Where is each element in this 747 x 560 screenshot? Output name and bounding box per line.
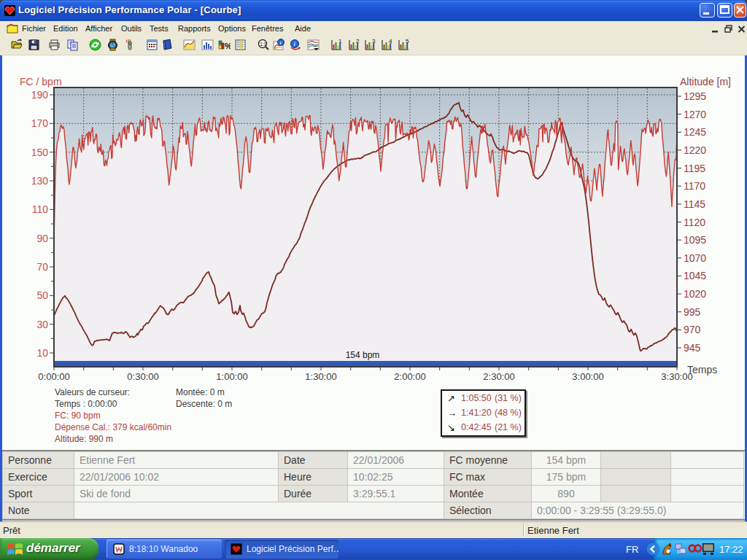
svg-text:1245: 1245 bbox=[684, 126, 706, 138]
svg-text:110: 110 bbox=[32, 203, 49, 215]
svg-text:1020: 1020 bbox=[684, 288, 706, 300]
svg-text:1195: 1195 bbox=[684, 163, 705, 174]
svg-text:1270: 1270 bbox=[684, 109, 706, 120]
svg-text:1145: 1145 bbox=[684, 198, 705, 210]
svg-text:10: 10 bbox=[36, 347, 48, 359]
svg-text:1170: 1170 bbox=[684, 180, 705, 192]
svg-text:1:30:00: 1:30:00 bbox=[305, 371, 336, 382]
svg-text:1120: 1120 bbox=[684, 217, 705, 228]
svg-text:3:30:00: 3:30:00 bbox=[661, 371, 692, 382]
svg-text:1:00:00: 1:00:00 bbox=[216, 371, 247, 382]
svg-text:4: 4 bbox=[389, 39, 392, 44]
svg-text:170: 170 bbox=[31, 117, 49, 129]
svg-text:Altitude [m]: Altitude [m] bbox=[680, 76, 731, 88]
svg-text:970: 970 bbox=[684, 324, 701, 335]
svg-text:30: 30 bbox=[36, 319, 48, 330]
svg-text:1220: 1220 bbox=[684, 144, 706, 156]
svg-text:2: 2 bbox=[356, 39, 360, 44]
svg-text:90: 90 bbox=[36, 233, 48, 244]
svg-text:154 bpm: 154 bpm bbox=[346, 350, 380, 360]
svg-text:150: 150 bbox=[31, 147, 49, 158]
svg-text:1: 1 bbox=[338, 39, 342, 44]
svg-text:945: 945 bbox=[684, 342, 701, 354]
svg-text:FC / bpm: FC / bpm bbox=[20, 76, 62, 88]
svg-text:3: 3 bbox=[372, 39, 376, 44]
svg-text:1045: 1045 bbox=[684, 270, 706, 281]
svg-text:50: 50 bbox=[36, 289, 48, 301]
svg-text:3:00:00: 3:00:00 bbox=[572, 371, 603, 382]
svg-text:1295: 1295 bbox=[684, 90, 706, 102]
svg-text:1095: 1095 bbox=[684, 234, 706, 246]
svg-text:0:30:00: 0:30:00 bbox=[127, 371, 158, 382]
svg-text:2:00:00: 2:00:00 bbox=[394, 371, 425, 382]
svg-text:995: 995 bbox=[684, 306, 701, 318]
svg-text:130: 130 bbox=[31, 175, 49, 187]
svg-text:5: 5 bbox=[406, 39, 409, 44]
svg-text:2:30:00: 2:30:00 bbox=[483, 371, 514, 382]
svg-text:1:1: 1:1 bbox=[260, 42, 266, 47]
svg-text:%: % bbox=[225, 42, 231, 50]
svg-text:70: 70 bbox=[36, 261, 48, 273]
svg-text:1070: 1070 bbox=[684, 252, 706, 264]
svg-text:0:00:00: 0:00:00 bbox=[38, 371, 69, 382]
svg-text:190: 190 bbox=[31, 89, 49, 101]
svg-text:i: i bbox=[280, 40, 282, 46]
